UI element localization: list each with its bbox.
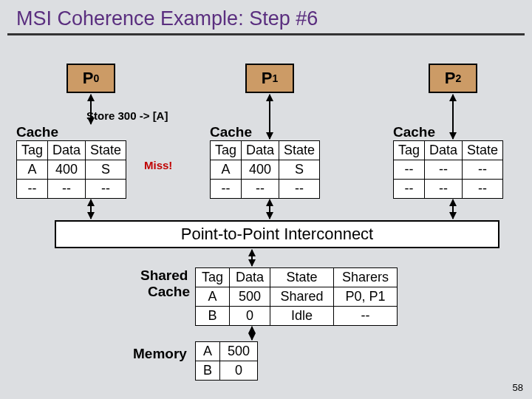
arrow-shared-to-memory xyxy=(251,327,253,340)
arrow-p1-to-cache xyxy=(269,95,270,139)
miss-annotation: Miss! xyxy=(144,159,172,171)
cache-table-p1: TagDataState A400S ------ xyxy=(210,140,320,199)
cache-label-p2: Cache xyxy=(393,124,435,140)
cache-label-p1: Cache xyxy=(210,124,252,140)
store-annotation: Store 300 -> [A] xyxy=(86,109,168,122)
memory-label: Memory xyxy=(133,346,187,362)
cache-table-p0: TagDataState A400S ------ xyxy=(16,140,126,199)
slide-title: MSI Coherence Example: Step #6 xyxy=(7,0,525,35)
arrow-cache0-to-bus xyxy=(90,200,92,219)
shared-cache-label-1: Shared xyxy=(140,267,188,284)
processor-p1: P1 xyxy=(245,64,294,93)
slide-number: 58 xyxy=(513,382,523,393)
processor-p0: P0 xyxy=(66,64,115,93)
arrow-cache2-to-bus xyxy=(452,200,454,219)
arrow-cache1-to-bus xyxy=(269,200,270,219)
cache-table-p2: TagDataState ------ ------ xyxy=(393,140,503,199)
arrow-bus-to-shared xyxy=(251,250,253,266)
arrow-p0-to-cache xyxy=(90,95,92,124)
shared-cache-label-2: Cache xyxy=(148,284,190,300)
processor-p2: P2 xyxy=(429,64,477,93)
cache-label-p0: Cache xyxy=(16,124,58,140)
interconnect-bar: Point-to-Point Interconnect xyxy=(55,220,499,248)
memory-table: A500 B0 xyxy=(195,341,258,381)
shared-cache-table: TagDataStateSharers A500SharedP0, P1 B0I… xyxy=(195,267,398,326)
arrow-p2-to-cache xyxy=(452,95,454,139)
